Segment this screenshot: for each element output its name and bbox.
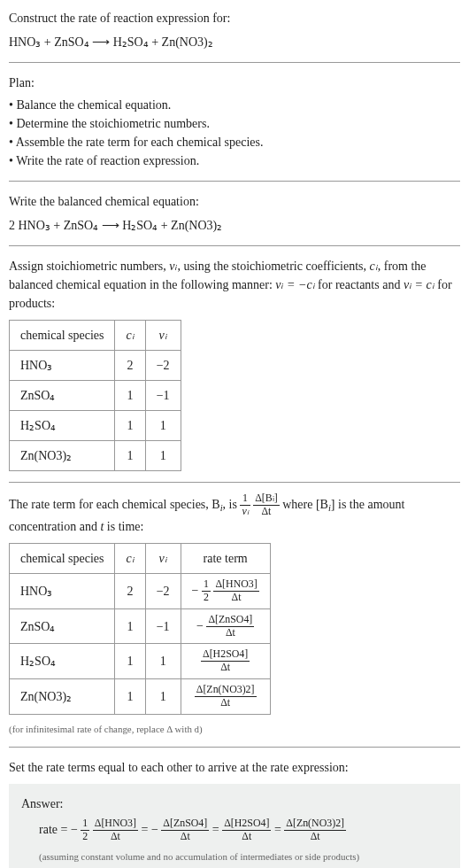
denominator: Δt: [253, 506, 280, 517]
species-cell: ZnSO₄: [10, 381, 115, 411]
fraction: Δ[H2SO4] Δt: [222, 818, 271, 842]
nu-cell: 1: [145, 644, 181, 679]
numerator: 1: [202, 579, 211, 592]
denominator: Δt: [206, 627, 254, 639]
col-header: νᵢ: [145, 321, 181, 351]
fraction: Δ[HNO3] Δt: [213, 579, 258, 603]
species-cell: Zn(NO3)₂: [10, 679, 115, 715]
numerator: Δ[Bᵢ]: [253, 493, 280, 506]
fraction: 1 2: [202, 579, 211, 603]
ci-cell: 1: [115, 411, 145, 441]
denominator: Δt: [213, 592, 258, 603]
numerator: 1: [240, 493, 250, 506]
assumption-note: (assuming constant volume and no accumul…: [39, 849, 448, 864]
ci-cell: 1: [115, 644, 145, 679]
rate-cell: − Δ[ZnSO4] Δt: [181, 608, 270, 644]
rate-term-intro: The rate term for each chemical species,…: [9, 493, 460, 536]
stoich-table: chemical species cᵢ νᵢ HNO₃ 2 −2 ZnSO₄ 1…: [9, 320, 181, 471]
numerator: Δ[ZnSO4]: [206, 615, 254, 627]
denominator: Δt: [161, 831, 209, 842]
table-row: ZnSO₄ 1 −1 − Δ[ZnSO4] Δt: [10, 608, 271, 644]
divider: [9, 62, 460, 63]
plan-item: • Balance the chemical equation.: [9, 96, 460, 114]
nu-cell: −1: [145, 608, 181, 644]
species-cell: H₂SO₄: [10, 411, 115, 441]
table-row: H₂SO₄ 1 1 Δ[H2SO4] Δt: [10, 644, 271, 679]
numerator: Δ[Zn(NO3)2]: [195, 685, 257, 697]
numerator: Δ[HNO3]: [93, 818, 138, 831]
text: for reactants and: [315, 278, 404, 291]
ci-cell: 1: [115, 608, 145, 644]
plan-item: • Write the rate of reaction expression.: [9, 151, 460, 170]
col-header: chemical species: [10, 321, 115, 351]
plan-item: • Assemble the rate term for each chemic…: [9, 133, 460, 151]
fraction: Δ[ZnSO4] Δt: [206, 615, 254, 639]
text: is time:: [104, 520, 143, 533]
equals: =: [212, 823, 222, 836]
divider: [9, 181, 460, 182]
nu-cell: −1: [145, 381, 181, 411]
rate-term-table: chemical species cᵢ νᵢ rate term HNO₃ 2 …: [9, 543, 271, 715]
denominator: Δt: [93, 831, 138, 842]
ci-cell: 2: [115, 351, 145, 381]
species-cell: HNO₃: [10, 573, 115, 608]
text: , is: [223, 498, 241, 511]
numerator: Δ[H2SO4]: [201, 649, 250, 662]
rate-cell: − 1 2 Δ[HNO3] Δt: [181, 573, 270, 608]
denominator: Δt: [284, 831, 346, 842]
species-cell: ZnSO₄: [10, 608, 115, 644]
numerator: Δ[Zn(NO3)2]: [284, 818, 346, 831]
fraction: 1 νᵢ: [240, 493, 250, 517]
nu-cell: −2: [145, 351, 181, 381]
species-cell: H₂SO₄: [10, 644, 115, 679]
numerator: Δ[HNO3]: [213, 579, 258, 592]
final-intro: Set the rate terms equal to each other t…: [9, 758, 460, 777]
table-row: HNO₃ 2 −2: [10, 351, 181, 381]
denominator: Δt: [201, 662, 250, 673]
nu-cell: 1: [145, 679, 181, 715]
text: , using the stoichiometric coefficients,: [177, 260, 369, 273]
header-title: Construct the rate of reaction expressio…: [9, 9, 460, 27]
col-header: chemical species: [10, 543, 115, 573]
nu-cell: −2: [145, 573, 181, 608]
fraction: Δ[Zn(NO3)2] Δt: [284, 818, 346, 842]
balanced-equation: 2 HNO₃ + ZnSO₄ ⟶ H₂SO₄ + Zn(NO3)₂: [9, 216, 460, 235]
col-header: νᵢ: [145, 543, 181, 573]
nu-cell: 1: [145, 411, 181, 441]
balanced-title: Write the balanced chemical equation:: [9, 192, 460, 211]
text: The rate term for each chemical species,…: [9, 498, 220, 511]
rate-cell: Δ[Zn(NO3)2] Δt: [181, 679, 270, 715]
rate-cell: Δ[H2SO4] Δt: [181, 644, 270, 679]
species-cell: Zn(NO3)₂: [10, 441, 115, 471]
numerator: 1: [81, 818, 89, 831]
coef: −: [192, 583, 199, 596]
divider: [9, 482, 460, 483]
infinitesimal-note: (for infinitesimal rate of change, repla…: [9, 722, 460, 736]
table-row: Zn(NO3)₂ 1 1 Δ[Zn(NO3)2] Δt: [10, 679, 271, 715]
fraction: Δ[H2SO4] Δt: [201, 649, 250, 673]
fraction: Δ[Bᵢ] Δt: [253, 493, 280, 517]
table-row: HNO₃ 2 −2 − 1 2 Δ[HNO3] Δt: [10, 573, 271, 608]
species-cell: HNO₃: [10, 351, 115, 381]
ci-cell: 2: [115, 573, 145, 608]
header-equation: HNO₃ + ZnSO₄ ⟶ H₂SO₄ + Zn(NO3)₂: [9, 33, 460, 51]
numerator: Δ[H2SO4]: [222, 818, 271, 831]
rate-label: rate = −: [39, 823, 78, 836]
answer-box: Answer: rate = − 1 2 Δ[HNO3] Δt = − Δ[Zn…: [9, 784, 460, 868]
col-header: cᵢ: [115, 543, 145, 573]
table-row: ZnSO₄ 1 −1: [10, 381, 181, 411]
ci-cell: 1: [115, 441, 145, 471]
col-header: cᵢ: [115, 321, 145, 351]
fraction: Δ[Zn(NO3)2] Δt: [195, 685, 257, 709]
answer-label: Answer:: [21, 794, 448, 813]
relation: νᵢ = −cᵢ: [275, 278, 314, 291]
ci-symbol: cᵢ: [370, 260, 378, 273]
ci-cell: 1: [115, 679, 145, 715]
denominator: Δt: [195, 697, 257, 709]
relation: νᵢ = cᵢ: [404, 278, 434, 291]
denominator: Δt: [222, 831, 271, 842]
table-row: H₂SO₄ 1 1: [10, 411, 181, 441]
plan-title: Plan:: [9, 74, 460, 92]
equals: =: [274, 823, 284, 836]
fraction: Δ[ZnSO4] Δt: [161, 818, 209, 842]
